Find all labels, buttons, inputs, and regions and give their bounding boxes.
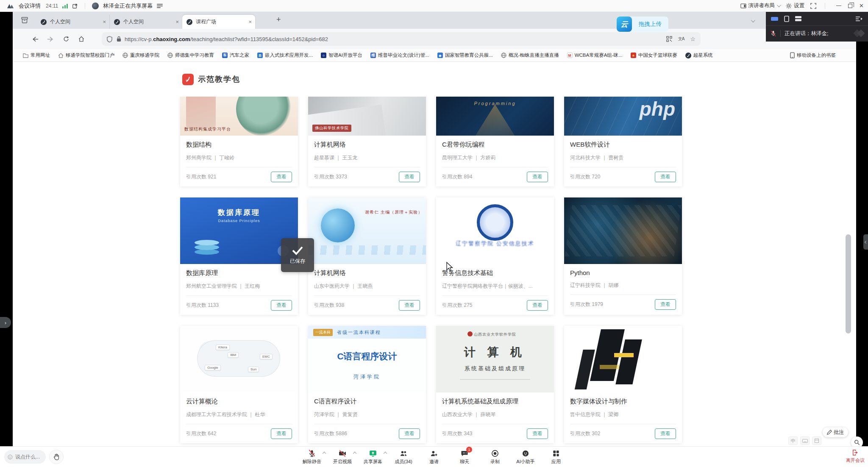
bookmark-item[interactable]: ◆国家智慧教育公共服...: [437, 52, 493, 58]
view-button[interactable]: 查看: [655, 172, 676, 182]
bookmark-item[interactable]: ★中国女子篮球联赛: [631, 52, 677, 58]
new-tab-button[interactable]: +: [276, 16, 281, 23]
tab-list-chevron-icon[interactable]: [751, 18, 755, 22]
browser-tab-3[interactable]: 课程广场×: [182, 15, 255, 29]
toolbar-item-mic[interactable]: 解除静音: [302, 449, 322, 465]
url-bar[interactable]: https://cv-p.chaoxing.com/teaching/teach…: [102, 32, 701, 46]
url-text[interactable]: https://cv-p.chaoxing.com/teaching/teach…: [125, 36, 328, 42]
toolbar-item-chat[interactable]: 聊天1: [454, 449, 475, 465]
toolbar-item-people[interactable]: 成员(34): [393, 449, 414, 465]
toolbar-item-share[interactable]: 共享屏幕: [363, 449, 383, 465]
chevron-up-icon[interactable]: [353, 452, 356, 455]
course-card[interactable]: 辽宁警察学院 公安信息技术警务信息技术基础辽宁警察学院网络教学平台｜侯丽波、..…: [436, 197, 554, 315]
share-out-icon[interactable]: [72, 3, 78, 9]
quick-chat-input-wrap[interactable]: [4, 450, 46, 464]
view-button[interactable]: 查看: [527, 428, 548, 439]
course-card[interactable]: 计 算 机系统基础及组成原理山西农业大学软件学院计算机系统基础及组成原理山西农业…: [436, 326, 554, 443]
page-scrollbar[interactable]: [846, 234, 851, 334]
leave-meeting-button[interactable]: 离开会议: [846, 449, 865, 464]
bookmark-item[interactable]: 维维普毕业论文(设计)管...: [370, 52, 429, 58]
layout-button[interactable]: 演讲者布局: [740, 2, 780, 9]
course-cover-image[interactable]: 数据库原理Database Principles: [180, 197, 298, 264]
translate-icon[interactable]: 文A: [678, 36, 684, 42]
course-card[interactable]: 谢希仁 主编（原理＋实验）计算机网络山东中医药大学 ｜ 王晓燕引用次数 938查…: [308, 197, 426, 315]
course-cover-image[interactable]: 谢希仁 主编（原理＋实验）: [308, 197, 426, 264]
course-card[interactable]: ProgrammingC君带你玩编程昆明理工大学 ｜ 方娇莉引用次数 894查看: [436, 97, 554, 186]
course-card[interactable]: 数据库原理Database Principles数据库原理郑州航空工业管理学院 …: [180, 197, 298, 315]
qr-code-icon[interactable]: [666, 36, 672, 42]
bookmark-item[interactable]: 重庆移通学院: [122, 52, 159, 58]
back-button[interactable]: [31, 36, 39, 43]
view-button[interactable]: 查看: [527, 172, 548, 182]
course-cover-image[interactable]: C语言程序设计菏泽学院一流本科省级一流本科课程: [308, 326, 426, 392]
chevron-up-icon[interactable]: [323, 452, 326, 455]
close-window-button[interactable]: ✕: [859, 3, 864, 8]
course-cover-image[interactable]: 佛山科学技术学院: [308, 97, 426, 136]
course-cover-image[interactable]: Programming: [436, 97, 554, 136]
course-card[interactable]: 数据结构集成学习平台数据结构郑州商学院 ｜ 丁峻岭引用次数 921查看: [180, 97, 298, 186]
course-card[interactable]: 数字媒体设计与制作晋中信息学院 ｜ 梁卿引用次数 302查看: [564, 326, 682, 443]
browser-tab-2[interactable]: 个人空间×: [109, 15, 182, 29]
ime-keyboard-button[interactable]: [800, 436, 810, 445]
toolbar-item-grid[interactable]: 应用: [546, 449, 566, 465]
course-cover-image[interactable]: 数据结构集成学习平台: [180, 97, 298, 136]
ime-language-button[interactable]: 中: [788, 436, 798, 445]
course-cover-image[interactable]: GoogleIBMSunEMCKitera: [180, 326, 298, 392]
course-card[interactable]: C语言程序设计菏泽学院一流本科省级一流本科课程C语言程序设计菏泽学院 ｜ 黄复贤…: [308, 326, 426, 443]
reload-button[interactable]: [63, 36, 70, 42]
tab-close-icon[interactable]: ×: [103, 19, 106, 25]
raise-hand-button[interactable]: [49, 450, 64, 464]
toolbar-item-invite[interactable]: 邀请: [424, 449, 444, 465]
bookmark-star-icon[interactable]: ☆: [690, 36, 696, 42]
course-card[interactable]: GoogleIBMSunEMCKitera云计算概论成都理工大学工程技术学院 ｜…: [180, 326, 298, 443]
toolbar-item-robot[interactable]: AI小助手: [515, 449, 536, 465]
view-button[interactable]: 查看: [655, 299, 676, 310]
sharing-list-icon[interactable]: [157, 3, 163, 8]
expand-sidebar-handle[interactable]: ›: [0, 317, 11, 328]
tab-close-icon[interactable]: ×: [248, 19, 252, 25]
minimize-button[interactable]: [836, 6, 841, 6]
course-cover-image[interactable]: 计 算 机系统基础及组成原理山西农业大学软件学院: [436, 326, 554, 392]
quick-chat-input[interactable]: [15, 454, 42, 460]
phone-view-icon[interactable]: [784, 16, 789, 22]
settings-button[interactable]: 设置: [786, 2, 804, 9]
view-button[interactable]: 查看: [271, 172, 292, 182]
collapse-panel-icon[interactable]: [856, 16, 863, 22]
course-cover-image[interactable]: 辽宁警察学院 公安信息技术: [436, 197, 554, 264]
toolbar-item-cam[interactable]: 开启视频: [332, 449, 353, 465]
tab-search-icon[interactable]: [21, 17, 28, 23]
shield-icon[interactable]: [107, 36, 112, 42]
course-cover-image[interactable]: php: [564, 97, 682, 136]
bookmark-item[interactable]: 师德集中学习教育: [167, 52, 214, 58]
view-button[interactable]: 查看: [399, 428, 420, 439]
course-card[interactable]: 佛山科学技术学院计算机网络超星慕课 ｜ 王玉龙引用次数 3373查看: [308, 97, 426, 186]
bookmark-item[interactable]: 车汽车之家: [222, 52, 249, 58]
toolbar-item-record[interactable]: 录制: [485, 449, 505, 465]
ime-panel-button[interactable]: [812, 436, 821, 445]
mobile-bookmarks-button[interactable]: 移动设备上的书签: [790, 52, 836, 58]
collapse-panel-handle[interactable]: [863, 234, 868, 250]
bookmark-item[interactable]: ○智谱AI开放平台: [321, 52, 362, 58]
course-cover-image[interactable]: [564, 197, 682, 264]
fullscreen-icon[interactable]: [810, 3, 816, 9]
view-button[interactable]: 查看: [271, 428, 292, 439]
bookmark-item[interactable]: MWCBA常规赛A组-咪...: [567, 52, 623, 58]
course-cover-image[interactable]: [564, 326, 682, 392]
bookmark-item[interactable]: 概况-蜘蛛直播主播直播: [501, 52, 559, 58]
annotate-button[interactable]: 批注: [823, 427, 848, 437]
drag-upload-button[interactable]: 云 拖拽上传: [617, 17, 668, 32]
view-button[interactable]: 查看: [399, 172, 420, 182]
course-card[interactable]: Python辽宁科技学院 ｜ 胡娜引用次数 1979查看: [564, 197, 682, 315]
view-button[interactable]: 查看: [399, 300, 420, 311]
bookmark-item[interactable]: 超星系统: [685, 52, 713, 58]
view-button[interactable]: 查看: [527, 300, 548, 311]
chevron-up-icon[interactable]: [384, 452, 387, 455]
course-card[interactable]: phpWEB软件设计河北科技大学 ｜ 曹树贵引用次数 720查看: [564, 97, 682, 186]
meeting-details-button[interactable]: 会议详情: [19, 2, 41, 10]
member-list-icon[interactable]: [795, 16, 801, 22]
bookmark-item[interactable]: B嵌入式技术应用开发...: [257, 52, 313, 58]
bookmark-item[interactable]: 移通学院智慧校园门户: [58, 52, 114, 58]
bookmark-item[interactable]: 常用网址: [23, 52, 50, 58]
restore-window-button[interactable]: [848, 4, 852, 8]
home-button[interactable]: [78, 36, 85, 42]
